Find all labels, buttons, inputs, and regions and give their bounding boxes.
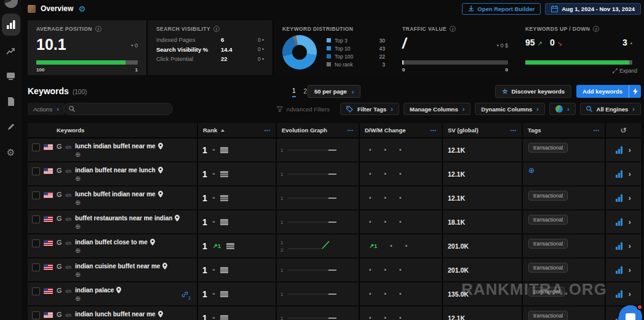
- column-tags[interactable]: Tags •••: [522, 123, 605, 137]
- serp-preview-icon[interactable]: [220, 267, 228, 273]
- keyword-stats-icon[interactable]: [616, 266, 622, 274]
- keyword-text[interactable]: lunch indian buffet near me: [75, 143, 156, 150]
- table-row[interactable]: G en buffet restaurants near me indian ⊕…: [28, 210, 641, 234]
- row-checkbox[interactable]: [32, 287, 40, 295]
- filter-tags-button[interactable]: Filter Tags ›: [340, 103, 399, 115]
- keyword-stats-icon[interactable]: [616, 170, 622, 178]
- table-row[interactable]: G en indian lunch buffet near me ⊕ 1 •: [28, 306, 641, 320]
- table-row[interactable]: G en indian buffet close to me ⊕ 1 ↗1: [28, 234, 641, 258]
- column-evolution[interactable]: Evolution Graph •••: [276, 123, 359, 137]
- row-checkbox[interactable]: [32, 311, 40, 319]
- keyword-text[interactable]: lunch buffet indian near me: [75, 191, 156, 198]
- serp-preview-icon[interactable]: [226, 243, 234, 249]
- column-menu-icon[interactable]: •••: [594, 128, 600, 132]
- row-expand-chevron[interactable]: ›: [629, 146, 631, 154]
- table-row[interactable]: G en lunch buffet indian near me ⊕ 1 •: [28, 186, 641, 210]
- evolution-graph[interactable]: 1: [276, 138, 359, 161]
- tag-badge[interactable]: commercial: [528, 287, 565, 297]
- row-expand-chevron[interactable]: ›: [629, 194, 631, 202]
- add-related-icon[interactable]: ⊕: [75, 223, 180, 230]
- tag-badge[interactable]: transactional: [528, 239, 568, 249]
- table-row[interactable]: G en lunch indian buffet near me ⊕ 1 •: [28, 138, 641, 162]
- evolution-graph[interactable]: 1: [276, 186, 359, 209]
- row-checkbox[interactable]: [32, 263, 40, 271]
- add-related-icon[interactable]: ⊕: [75, 271, 167, 278]
- tag-badge[interactable]: transactional: [528, 191, 568, 201]
- table-row[interactable]: G en indian palace ⊕ 2 1: [28, 282, 641, 306]
- manage-columns-button[interactable]: Manage Columns ›: [403, 103, 471, 115]
- column-menu-icon[interactable]: •••: [264, 128, 271, 132]
- keyword-stats-icon[interactable]: [616, 242, 622, 250]
- info-icon[interactable]: i: [593, 26, 599, 32]
- locale-selector-button[interactable]: ›: [549, 103, 576, 115]
- column-rank[interactable]: Rank •••: [197, 123, 276, 137]
- row-checkbox[interactable]: [32, 215, 40, 223]
- serp-preview-icon[interactable]: [220, 291, 228, 297]
- evolution-graph[interactable]: 1: [276, 162, 359, 185]
- search-visibility-row[interactable]: Search Visibility % 14.4 0 •: [156, 46, 264, 53]
- serp-preview-icon[interactable]: [220, 315, 228, 320]
- add-related-icon[interactable]: ⊕: [75, 175, 163, 182]
- row-checkbox[interactable]: [32, 143, 40, 151]
- row-checkbox[interactable]: [32, 239, 40, 247]
- info-icon[interactable]: i: [450, 26, 456, 32]
- row-expand-chevron[interactable]: ›: [629, 170, 631, 178]
- serp-preview-icon[interactable]: [220, 147, 228, 153]
- date-range-picker[interactable]: Aug 1, 2024 - Nov 13, 2024: [545, 3, 641, 15]
- row-expand-chevron[interactable]: ›: [629, 242, 631, 250]
- table-row[interactable]: G en indian cuisine buffet near me ⊕ 1 •: [28, 258, 641, 282]
- search-input[interactable]: [78, 106, 167, 113]
- info-icon[interactable]: i: [95, 26, 101, 32]
- keyword-stats-icon[interactable]: [616, 146, 622, 154]
- refresh-column[interactable]: ↺: [605, 123, 641, 137]
- tag-badge[interactable]: transactional: [528, 311, 568, 320]
- column-dwm-change[interactable]: D/W/M Change •••: [359, 123, 442, 137]
- sidebar-item-edit[interactable]: [2, 117, 20, 137]
- discover-keywords-button[interactable]: ☆ Discover keywords: [495, 85, 571, 98]
- keyword-text[interactable]: indian buffet close to me: [75, 239, 148, 246]
- all-engines-button[interactable]: All Engines ›: [580, 103, 641, 115]
- actions-dropdown[interactable]: Actions ›: [28, 103, 65, 115]
- page-1-button[interactable]: 1: [292, 87, 296, 97]
- column-menu-icon[interactable]: •••: [511, 128, 517, 132]
- serp-preview-icon[interactable]: [220, 219, 228, 225]
- sidebar-item-reports[interactable]: [2, 66, 20, 86]
- row-expand-chevron[interactable]: ›: [629, 290, 631, 298]
- info-icon[interactable]: i: [213, 26, 220, 32]
- add-keywords-button[interactable]: Add keywords: [576, 85, 629, 98]
- row-checkbox[interactable]: [32, 191, 40, 199]
- row-checkbox[interactable]: [32, 167, 40, 175]
- serp-preview-icon[interactable]: [220, 171, 228, 177]
- sidebar-item-settings[interactable]: ⚙: [2, 142, 20, 162]
- keyword-text[interactable]: indian cuisine buffet near me: [75, 263, 160, 270]
- keyword-stats-icon[interactable]: [616, 290, 622, 298]
- column-keywords[interactable]: Keywords: [28, 123, 197, 137]
- expand-button[interactable]: Expand: [613, 68, 637, 74]
- add-related-icon[interactable]: ⊕: [75, 199, 163, 206]
- tag-badge[interactable]: transactional: [528, 143, 568, 153]
- per-page-select[interactable]: 50 per page ›: [308, 85, 360, 98]
- chat-widget-button[interactable]: [619, 305, 642, 320]
- click-potential-row[interactable]: Click Potential 22 0 •: [156, 55, 264, 62]
- row-expand-chevron[interactable]: ›: [629, 218, 631, 226]
- column-sv-global[interactable]: SV (global) •••: [442, 123, 522, 137]
- evolution-graph[interactable]: 1: [276, 282, 359, 305]
- evolution-graph[interactable]: 1: [276, 210, 359, 233]
- dynamic-columns-button[interactable]: Dynamic Columns ›: [475, 103, 545, 115]
- evolution-graph[interactable]: 1: [276, 306, 359, 320]
- open-report-builder-button[interactable]: Open Report Builder: [462, 3, 541, 15]
- evolution-graph[interactable]: 1 2: [276, 234, 359, 257]
- advanced-filters-button[interactable]: Advanced Filters: [277, 106, 330, 113]
- keyword-text[interactable]: buffet restaurants near me indian: [75, 215, 172, 222]
- table-row[interactable]: G en indian buffet near me lunch ⊕ 1 •: [28, 162, 641, 186]
- tag-badge[interactable]: transactional: [528, 215, 568, 225]
- column-menu-icon[interactable]: •••: [348, 128, 354, 132]
- keyword-text[interactable]: indian buffet near me lunch: [75, 167, 156, 174]
- refresh-icon[interactable]: ↺: [620, 126, 626, 135]
- overview-settings-gear-icon[interactable]: ⚙: [78, 4, 85, 14]
- add-related-icon[interactable]: ⊕: [75, 151, 163, 158]
- row-expand-chevron[interactable]: ›: [629, 266, 631, 274]
- serp-preview-icon[interactable]: [220, 195, 228, 201]
- column-menu-icon[interactable]: •••: [431, 128, 437, 132]
- add-related-icon[interactable]: ⊕: [75, 295, 121, 302]
